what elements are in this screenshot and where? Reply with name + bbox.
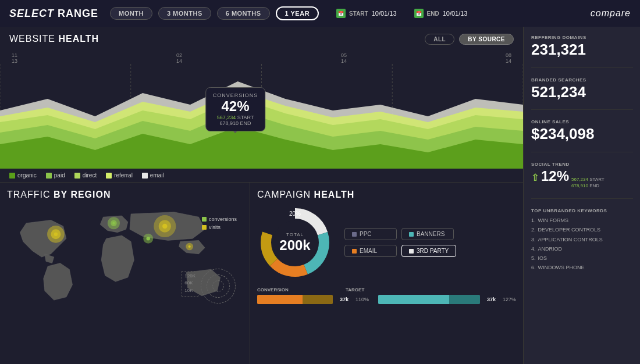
target-fill-main [378,295,449,304]
svg-point-12 [54,233,58,236]
ppc-dot [352,232,357,237]
conversion-pct: 110% [355,297,369,302]
visits-legend-dot [202,225,207,230]
legend-paid: paid [46,172,65,179]
branded-searches-metric: BRANDED SEARCHES 521,234 [531,77,633,101]
social-trend-metric: SOCIAL TREND ⇧ 12% 567,234 START 678,910… [531,162,633,189]
legend-email: email [142,172,164,179]
legend-organic: organic [9,172,37,179]
tooltip-vals: 567,234 START 678,910 END [213,115,258,126]
svg-point-20 [147,237,150,240]
bar-headers: CONVERSION TARGET [257,287,516,292]
world-map: 120K 60K 10K conversions visits [7,205,243,309]
social-trend-value: ⇧ 12% 567,234 START 678,910 END [531,168,633,189]
traffic-region-section: TRAFFIC BY REGION [0,182,250,364]
target-val: 37k [487,297,496,302]
map-scale [201,269,236,304]
banners-dot [409,232,414,237]
campaign-row-1: PPC BANNERS [344,228,456,240]
3rd-party-button[interactable]: 3RD PARTY [401,245,456,257]
chart-date-labels: 1113 0214 0514 0814 [0,52,523,64]
app-title: SELECT RANGE [9,8,98,20]
calendar-end-icon: 📅 [414,9,424,18]
banners-button[interactable]: BANNERS [401,228,454,240]
direct-dot [74,173,80,179]
keyword-1: 1.WIN FORMS [531,216,633,225]
conversions-legend-dot [202,217,207,222]
keyword-2: 2.DEVELOPER CONTROLS [531,225,633,234]
divider-2 [531,109,633,110]
conversion-bar-row: 37k 110% 37k 127% [257,295,516,304]
tooltip-pct: 42% [213,98,258,115]
tooltip-label: CONVERSIONS [213,92,258,98]
main-layout: WEBSITE HEALTH ALL BY SOURCE 1113 0214 0… [0,27,640,364]
website-health-chart: 1113 0214 0514 0814 [0,52,523,169]
top-nav: SELECT RANGE MONTH 3 MONTHS 6 MONTHS 1 Y… [0,0,640,27]
email-button[interactable]: EMAIL [344,245,397,257]
target-pct: 127% [503,297,516,302]
1year-button[interactable]: 1 YEAR [276,6,319,20]
keyword-4: 4.ANDRIOD [531,244,633,254]
referral-dot [106,173,112,179]
keyword-6: 6.WINDOWS PHONE [531,263,633,272]
svg-point-22 [189,245,191,248]
campaign-health-section: CAMPAIGN HEALTH [250,182,523,364]
email-dot [352,249,357,254]
referring-domains-metric: REFFERING DOMAINS 231,321 [531,35,633,58]
paid-dot [46,173,52,179]
keyword-3: 3.APPLICATION CONTROLS [531,235,633,244]
campaign-row-2: EMAIL 3RD PARTY [344,245,456,257]
conversion-val: 37k [340,297,349,302]
chart-legend: organic paid direct referral email [0,169,523,182]
website-health-section: WEBSITE HEALTH ALL BY SOURCE [0,27,523,52]
month-button[interactable]: MONTH [110,7,152,20]
date-start-section: 📅 START 10/01/13 [336,9,396,18]
svg-point-18 [162,224,167,229]
compare-button[interactable]: compare [591,8,631,19]
email-dot [142,173,148,179]
legend-direct: direct [74,172,97,179]
donut-chart: TOTAL 200k 20% [257,205,333,280]
3rdparty-dot [409,249,414,254]
online-sales-metric: ONLINE SALES $234,098 [531,119,633,142]
divider-3 [531,152,633,152]
campaign-title: CAMPAIGN HEALTH [257,190,516,200]
right-panel: REFFERING DOMAINS 231,321 BRANDED SEARCH… [524,27,640,364]
ppc-button[interactable]: PPC [344,228,397,240]
target-bar [378,295,480,304]
calendar-start-icon: 📅 [336,9,346,18]
organic-dot [9,173,15,179]
legend-referral: referral [106,172,133,179]
map-legend: conversions visits [202,216,237,233]
keyword-list: 1.WIN FORMS 2.DEVELOPER CONTROLS 3.APPLI… [531,216,633,272]
6months-button[interactable]: 6 MONTHS [217,7,270,20]
trend-sub-values: 567,234 START 678,910 END [571,176,605,189]
trend-up-icon: ⇧ [531,172,539,183]
conversion-fill-main [257,295,303,304]
divider-1 [531,67,633,68]
divider-4 [531,198,633,199]
3months-button[interactable]: 3 MONTHS [158,7,211,20]
map-scale-values: 120K 60K 10K [182,271,198,297]
keyword-5: 5.IOS [531,254,633,263]
filter-buttons: ALL BY SOURCE [425,34,514,45]
svg-point-15 [112,222,115,224]
target-fill-secondary [449,295,479,304]
conversion-fill-secondary [303,295,333,304]
bottom-row: TRAFFIC BY REGION [0,182,523,364]
chart-tooltip: CONVERSIONS 42% 567,234 START 678,910 EN… [205,87,266,131]
campaign-buttons: PPC BANNERS EMAIL [344,228,456,257]
donut-label: TOTAL 200k [279,232,310,254]
keywords-section: TOP UNBRANDED KEYWORDS 1.WIN FORMS 2.DEV… [531,208,633,272]
left-panel: WEBSITE HEALTH ALL BY SOURCE 1113 0214 0… [0,27,524,364]
conversion-bar [257,295,333,304]
bar-section: CONVERSION TARGET 37k 110% [257,287,516,304]
donut-area: TOTAL 200k 20% PPC [257,205,516,280]
all-filter-button[interactable]: ALL [425,34,454,45]
traffic-title: TRAFFIC BY REGION [7,190,243,200]
donut-pct: 20% [289,210,301,217]
date-end-section: 📅 END 10/01/13 [414,9,468,18]
by-source-filter-button[interactable]: BY SOURCE [459,34,514,45]
